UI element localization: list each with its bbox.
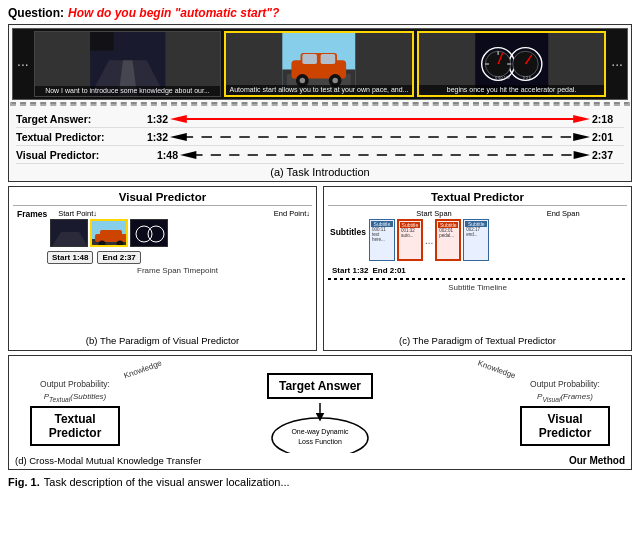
svg-point-47 <box>272 418 368 453</box>
svg-point-19 <box>512 51 538 77</box>
knowledge-label-left: Knowledge <box>123 359 163 381</box>
textual-prob-formula: PTextual(Subtitles) <box>44 392 107 403</box>
video-thumb-2: Automatic start allows you to test at yo… <box>224 31 414 97</box>
textual-predictor-content: Subtitles Start Span End Span Subtitle 0… <box>328 209 627 333</box>
knowledge-label-right: Knowledge <box>477 359 517 381</box>
visual-start: 1:48 <box>136 149 178 161</box>
bottom-right-visual: Output Probability: PVisual(Frames) Visu… <box>505 379 625 446</box>
question-text: How do you begin "automatic start"? <box>68 6 279 20</box>
visual-prob-formula: PVisual(Frames) <box>537 392 593 403</box>
svg-text:Loss Function: Loss Function <box>298 438 342 445</box>
visual-predictor-timeline-label: Visual Predictor: <box>16 149 136 161</box>
visual-predictor-box-line1: Visual <box>530 412 600 426</box>
textual-end: 2:01 <box>592 131 624 143</box>
visual-predictor-title: Visual Predictor <box>13 191 312 206</box>
timeline-row-textual: Textual Predictor: 1:32 2:01 <box>16 128 624 146</box>
vp-thumb-3 <box>130 219 168 247</box>
textual-predictor-main-box: Textual Predictor <box>30 406 120 446</box>
caption-1: Now I want to introduce some knowledge a… <box>35 86 221 96</box>
subtitle-timeline-bar <box>328 278 627 280</box>
textual-predictor-timeline-label: Textual Predictor: <box>16 131 136 143</box>
tp-dots: ... <box>425 219 433 261</box>
video-thumb-3: 0 60 120 0 3 6 begins once you hit the a… <box>417 31 607 97</box>
textual-prob-label: Output Probability: <box>40 379 110 389</box>
fig-caption: Fig. 1. Task description of the visual a… <box>8 476 632 488</box>
vp-thumb-car <box>90 219 128 247</box>
our-method-label: Our Method <box>569 455 625 466</box>
top-section: ··· Now I want to introduce some knowled… <box>8 24 632 182</box>
vp-thumb-dark <box>50 219 88 247</box>
target-start: 1:32 <box>136 113 168 125</box>
svg-marker-31 <box>170 133 187 141</box>
video-border-indicator <box>10 102 630 106</box>
target-answer-label: Target Answer: <box>16 113 136 125</box>
center-area: Target Answer One-way Dynamic Loss Funct… <box>141 360 499 465</box>
textual-predictor-box: Textual Predictor Subtitles Start Span E… <box>323 186 632 351</box>
dots-right: ··· <box>609 31 625 97</box>
svg-marker-32 <box>573 133 590 141</box>
subtitle-card-n: Subtitle 002:01 pedal... <box>435 219 461 261</box>
question-row: Question: How do you begin "automatic st… <box>8 6 632 20</box>
vp-start-time: Start 1:48 <box>47 251 93 264</box>
visual-predictor-box-line2: Predictor <box>530 426 600 440</box>
target-answer-main-box: Target Answer <box>267 373 373 399</box>
subtitle-card-2: Subtitle 001:32 auto... <box>397 219 423 261</box>
fig-caption-text: Task description of the visual answer lo… <box>44 476 290 488</box>
question-label: Question: <box>8 6 64 20</box>
svg-rect-44 <box>131 220 168 247</box>
svg-text:0  60 120: 0 60 120 <box>495 76 509 80</box>
vp-end-time: End 2:37 <box>97 251 140 264</box>
start-point-label: Start Point↓ <box>58 209 97 218</box>
timeline-row-visual: Visual Predictor: 1:48 2:37 <box>16 146 624 164</box>
frame-span-label: Frame Span Timepoint <box>43 266 312 275</box>
dots-left: ··· <box>15 31 31 97</box>
tp-start-time: Start 1:32 <box>332 266 368 275</box>
caption-3: begins once you hit the accelerator peda… <box>419 85 605 95</box>
main-container: Question: How do you begin "automatic st… <box>0 0 640 550</box>
svg-rect-3 <box>90 32 114 51</box>
svg-point-12 <box>333 78 338 83</box>
textual-predictor-title: Textual Predictor <box>328 191 627 206</box>
frames-label: Frames <box>17 209 47 219</box>
timeline-row-target: Target Answer: 1:32 2:18 <box>16 110 624 128</box>
textual-start: 1:32 <box>136 131 168 143</box>
svg-marker-28 <box>170 115 187 123</box>
video-strip: ··· Now I want to introduce some knowled… <box>12 28 628 100</box>
svg-rect-13 <box>303 54 318 64</box>
section-c-label: (c) The Paradigm of Textual Predictor <box>328 335 627 346</box>
svg-marker-34 <box>180 151 196 159</box>
svg-text:One-way Dynamic: One-way Dynamic <box>291 428 349 436</box>
visual-predictor-box: Visual Predictor Frames Start Point↓ End… <box>8 186 317 351</box>
middle-section: Visual Predictor Frames Start Point↓ End… <box>8 186 632 351</box>
end-point-label: End Point↓ <box>274 209 310 218</box>
subtitle-card-last: Subtitle 002:17 end... <box>463 219 489 261</box>
svg-point-11 <box>300 78 305 83</box>
textual-predictor-box-line2: Predictor <box>40 426 110 440</box>
svg-rect-41 <box>100 230 122 237</box>
section-d-label: (d) Cross-Modal Mutual Knowledge Transfe… <box>15 455 201 466</box>
tp-end-time: End 2:01 <box>372 266 405 275</box>
visual-arrow-line <box>180 147 590 163</box>
video-thumb-1: Now I want to introduce some knowledge a… <box>34 31 222 97</box>
svg-text:0  3  6: 0 3 6 <box>522 76 530 80</box>
caption-2: Automatic start allows you to test at yo… <box>226 85 412 95</box>
fig-label: Fig. 1. <box>8 476 40 488</box>
svg-rect-14 <box>321 54 336 64</box>
visual-prob-label: Output Probability: <box>530 379 600 389</box>
subtitle-card-1: Subtitle 000:11 text here... <box>369 219 395 261</box>
visual-predictor-content: Frames Start Point↓ End Point↓ <box>13 209 312 333</box>
bottom-section: Output Probability: PTextual(Subtitles) … <box>8 355 632 470</box>
subtitles-label: Subtitles <box>330 227 366 237</box>
visual-predictor-main-box: Visual Predictor <box>520 406 610 446</box>
bottom-left-textual: Output Probability: PTextual(Subtitles) … <box>15 379 135 446</box>
target-end: 2:18 <box>592 113 624 125</box>
end-span-label: End Span <box>547 209 580 218</box>
textual-predictor-box-line1: Textual <box>40 412 110 426</box>
subtitle-timeline-text: Subtitle Timeline <box>328 283 627 292</box>
textual-arrow-line <box>170 129 590 145</box>
timeline-section: Target Answer: 1:32 2:18 Textual Predict… <box>12 110 628 164</box>
target-arrow-line <box>170 111 590 127</box>
svg-marker-35 <box>574 151 590 159</box>
svg-marker-29 <box>573 115 590 123</box>
visual-end: 2:37 <box>592 149 624 161</box>
